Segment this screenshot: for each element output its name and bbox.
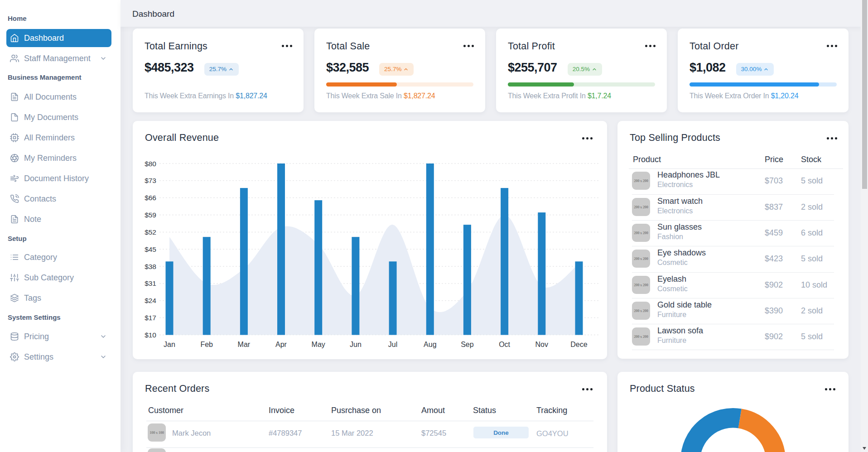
svg-text:Sep: Sep bbox=[461, 341, 474, 348]
svg-text:$80: $80 bbox=[145, 160, 156, 168]
svg-text:May: May bbox=[312, 341, 325, 348]
svg-text:Mar: Mar bbox=[238, 341, 251, 348]
svg-text:$59: $59 bbox=[145, 211, 156, 219]
svg-text:$52: $52 bbox=[145, 228, 156, 236]
svg-text:$73: $73 bbox=[145, 177, 156, 184]
svg-text:Nov: Nov bbox=[535, 341, 548, 348]
svg-text:$24: $24 bbox=[145, 297, 156, 304]
svg-text:Jun: Jun bbox=[350, 341, 362, 348]
svg-text:$38: $38 bbox=[145, 263, 156, 270]
svg-text:$66: $66 bbox=[145, 194, 156, 202]
svg-text:Aug: Aug bbox=[424, 341, 436, 348]
svg-text:Jan: Jan bbox=[164, 341, 175, 348]
svg-text:$31: $31 bbox=[145, 279, 156, 287]
svg-text:Jul: Jul bbox=[388, 341, 397, 348]
svg-text:Feb: Feb bbox=[200, 341, 213, 348]
svg-text:$17: $17 bbox=[145, 314, 156, 322]
svg-text:$45: $45 bbox=[145, 245, 156, 253]
svg-text:Apr: Apr bbox=[275, 341, 287, 348]
svg-text:Dece: Dece bbox=[570, 341, 587, 348]
svg-text:Oct: Oct bbox=[499, 341, 510, 348]
svg-text:$10: $10 bbox=[145, 331, 156, 339]
